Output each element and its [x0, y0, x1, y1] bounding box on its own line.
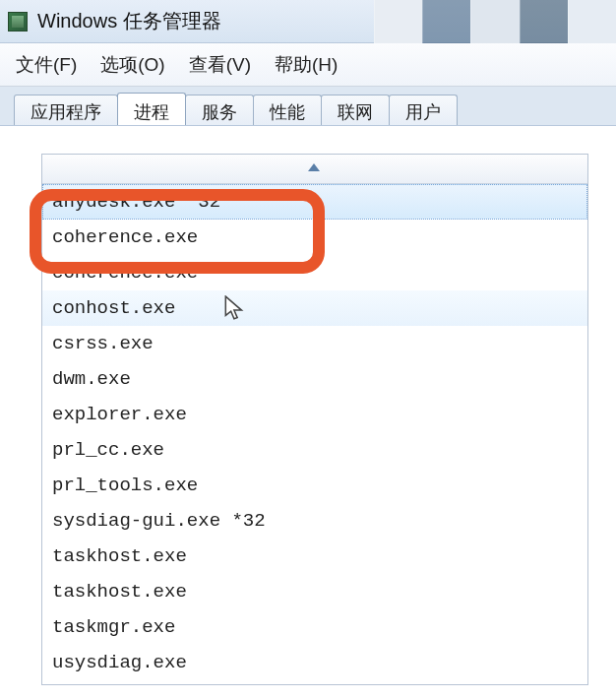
table-row[interactable]: winlogon.exe [42, 680, 587, 685]
tab-applications[interactable]: 应用程序 [14, 95, 118, 125]
table-row[interactable]: taskhost.exe [42, 574, 587, 609]
table-row[interactable]: coherence.exe [42, 220, 587, 255]
app-icon [8, 12, 28, 32]
table-row[interactable]: taskmgr.exe [42, 609, 587, 645]
table-row[interactable]: explorer.exe [42, 397, 587, 432]
process-rows: anydesk.exe *32coherence.execoherence.ex… [42, 184, 587, 685]
table-row[interactable]: taskhost.exe [42, 539, 587, 574]
process-listview[interactable]: anydesk.exe *32coherence.execoherence.ex… [41, 154, 588, 685]
aero-blur [374, 0, 616, 43]
tab-content: anydesk.exe *32coherence.execoherence.ex… [0, 130, 616, 699]
tab-processes[interactable]: 进程 [117, 93, 186, 125]
menu-file[interactable]: 文件(F) [10, 48, 83, 82]
table-row[interactable]: csrss.exe [42, 326, 587, 361]
menu-bar: 文件(F) 选项(O) 查看(V) 帮助(H) [0, 43, 616, 87]
menu-view[interactable]: 查看(V) [183, 48, 257, 82]
tab-performance[interactable]: 性能 [253, 95, 322, 125]
tab-strip: 应用程序 进程 服务 性能 联网 用户 [0, 87, 616, 126]
column-header-image-name[interactable] [42, 155, 587, 184]
table-row[interactable]: prl_tools.exe [42, 468, 587, 503]
table-row[interactable]: usysdiag.exe [42, 645, 587, 680]
sort-ascending-icon [308, 163, 320, 171]
window-title: Windows 任务管理器 [37, 8, 221, 34]
table-row[interactable]: sysdiag-gui.exe *32 [42, 503, 587, 539]
table-row[interactable]: conhost.exe [42, 290, 587, 326]
tab-networking[interactable]: 联网 [321, 95, 390, 125]
table-row[interactable]: coherence.exe [42, 255, 587, 290]
table-row[interactable]: anydesk.exe *32 [42, 184, 587, 220]
menu-options[interactable]: 选项(O) [94, 48, 170, 82]
table-row[interactable]: prl_cc.exe [42, 432, 587, 468]
window-titlebar: Windows 任务管理器 [0, 0, 616, 43]
tab-users[interactable]: 用户 [389, 95, 458, 125]
menu-help[interactable]: 帮助(H) [269, 48, 343, 82]
tab-services[interactable]: 服务 [185, 95, 254, 125]
table-row[interactable]: dwm.exe [42, 361, 587, 397]
